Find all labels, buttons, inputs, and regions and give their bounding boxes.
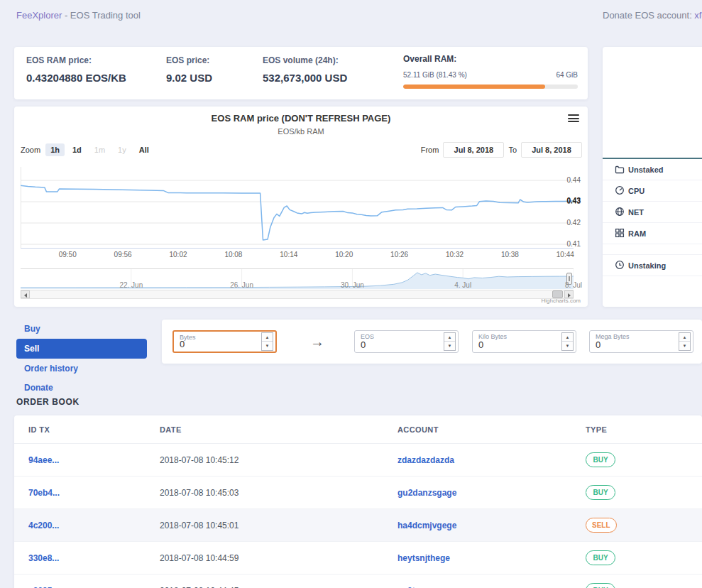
- converter-field-value: 0: [361, 339, 366, 350]
- chart-menu-icon[interactable]: [568, 114, 579, 124]
- from-label: From: [421, 146, 439, 154]
- account-link[interactable]: ge3tanzuguge: [397, 586, 586, 588]
- ram-progress-fill: [403, 85, 545, 89]
- resource-item-net[interactable]: NET: [603, 202, 702, 223]
- navigator-label: 8. Jul: [565, 281, 582, 289]
- number-spinner[interactable]: ▲▼: [261, 332, 273, 351]
- highcharts-credit[interactable]: Highcharts.com: [541, 298, 581, 304]
- table-row: 330e8...2018-07-08 10:44:59heytsnjthegeB…: [14, 542, 702, 575]
- donate-account-link[interactable]: xfeexp: [694, 10, 702, 21]
- side-nav: BuySellOrder historyDonate: [16, 320, 147, 398]
- type-badge-buy: BUY: [586, 583, 615, 588]
- converter-field-value: 0: [478, 339, 483, 350]
- zoom-button-1m: 1m: [89, 143, 110, 156]
- order-book-column-account: ACCOUNT: [397, 425, 586, 434]
- order-book-column-id-tx: ID TX: [28, 425, 160, 434]
- resource-item-unstaked[interactable]: Unstaked: [603, 159, 702, 180]
- app-title: FeeXplorer - EOS Trading tool: [16, 10, 141, 21]
- resource-item-cpu[interactable]: CPU: [603, 180, 702, 202]
- resource-item-unstaking[interactable]: Unstaking: [603, 254, 702, 276]
- spinner-down-icon[interactable]: ▼: [262, 342, 273, 350]
- spinner-up-icon[interactable]: ▲: [562, 333, 573, 342]
- navigator-axis-labels: 22. Jun26. Jun30. Jun4. Jul8. Jul: [21, 281, 574, 290]
- stats-card: EOS RAM price: 0.43204880 EOS/KB EOS pri…: [14, 47, 588, 99]
- tx-id-link[interactable]: 94aee...: [28, 455, 160, 465]
- navigator-label: 30. Jun: [341, 281, 364, 289]
- converter-input-eos[interactable]: EOS0▲▼: [354, 330, 459, 353]
- converter-input-bytes[interactable]: Bytes0▲▼: [172, 330, 277, 353]
- x-axis-label: 10:26: [390, 251, 408, 258]
- x-axis-label: 10:20: [335, 251, 353, 258]
- x-axis-label: 09:56: [114, 251, 132, 258]
- resource-item-label: Unstaking: [628, 261, 666, 270]
- number-spinner[interactable]: ▲▼: [444, 332, 456, 351]
- account-link[interactable]: ha4dcmjvgege: [397, 521, 586, 530]
- x-axis-label: 10:02: [169, 251, 187, 258]
- spinner-up-icon[interactable]: ▲: [679, 333, 690, 342]
- account-link[interactable]: zdazdazdazda: [397, 455, 586, 465]
- donate-label: Donate EOS account:: [603, 10, 694, 21]
- nav-item-order-history[interactable]: Order history: [16, 359, 147, 378]
- x-axis-label: 10:08: [224, 251, 242, 258]
- to-date-input[interactable]: Jul 8, 2018: [521, 142, 582, 158]
- tx-id-link[interactable]: 70eb4...: [28, 488, 160, 498]
- nav-item-sell[interactable]: Sell: [16, 339, 147, 359]
- type-cell: SELL: [586, 518, 702, 533]
- type-cell: BUY: [586, 550, 702, 565]
- table-row: 4c200...2018-07-08 10:45:01ha4dcmjvgegeS…: [14, 509, 702, 542]
- resource-item-ram[interactable]: RAM: [603, 223, 702, 244]
- number-spinner[interactable]: ▲▼: [679, 332, 691, 351]
- x-axis-label: 10:38: [501, 251, 519, 258]
- zoom-label: Zoom: [21, 146, 40, 154]
- grid-icon: [615, 228, 625, 239]
- zoom-buttons: Zoom 1h1d1m1yAll: [21, 143, 154, 156]
- zoom-button-1h[interactable]: 1h: [45, 143, 65, 156]
- tx-id-link[interactable]: e8695...: [28, 586, 160, 588]
- account-link[interactable]: gu2danzsgage: [397, 488, 586, 498]
- order-book-title: ORDER BOOK: [16, 397, 79, 407]
- navigator-label: 4. Jul: [454, 281, 471, 289]
- nav-item-donate[interactable]: Donate: [16, 379, 147, 397]
- ram-total: 64 GiB: [556, 71, 578, 79]
- chart-card: EOS RAM price (DON'T REFRESH PAGE) EOS/k…: [14, 107, 588, 307]
- globe-icon: [615, 207, 625, 218]
- nav-item-buy[interactable]: Buy: [16, 320, 147, 338]
- type-cell: BUY: [586, 485, 702, 500]
- converter-input-kilo-bytes[interactable]: Kilo Bytes0▲▼: [472, 330, 576, 353]
- zoom-button-all[interactable]: All: [134, 143, 154, 156]
- stat-eos-price: EOS price: 9.02 USD: [166, 55, 212, 84]
- arrow-right-icon: →: [310, 334, 324, 350]
- spinner-up-icon[interactable]: ▲: [262, 333, 273, 342]
- converter-card: Bytes0▲▼→EOS0▲▼Kilo Bytes0▲▼Mega Bytes0▲…: [162, 320, 702, 364]
- stat-ram-price: EOS RAM price: 0.43204880 EOS/KB: [26, 55, 126, 84]
- to-label: To: [508, 146, 517, 154]
- type-badge-buy: BUY: [586, 452, 615, 467]
- zoom-button-1d[interactable]: 1d: [67, 143, 87, 156]
- wallet-icon: [615, 164, 625, 175]
- number-spinner[interactable]: ▲▼: [561, 332, 574, 351]
- from-date-input[interactable]: Jul 8, 2018: [443, 142, 504, 158]
- scrollbar-left-arrow-icon[interactable]: [21, 290, 30, 298]
- zoom-button-1y: 1y: [113, 143, 131, 156]
- chart-subtitle: EOS/kb RAM: [14, 127, 588, 136]
- spinner-up-icon[interactable]: ▲: [444, 333, 455, 342]
- spinner-down-icon[interactable]: ▼: [679, 342, 690, 350]
- tx-id-link[interactable]: 330e8...: [28, 553, 160, 563]
- account-link[interactable]: heytsnjthege: [397, 553, 586, 563]
- resources-list: UnstakedCPUNETRAMUnstaking: [603, 159, 702, 276]
- order-book-card: ID TXDATEACCOUNTTYPE 94aee...2018-07-08 …: [14, 415, 702, 588]
- spinner-down-icon[interactable]: ▼: [444, 342, 455, 350]
- chart-title: EOS RAM price (DON'T REFRESH PAGE): [14, 113, 588, 124]
- brand-name: FeeXplorer: [16, 10, 62, 21]
- chart-plot-area[interactable]: [21, 167, 574, 249]
- tx-id-link[interactable]: 4c200...: [28, 521, 160, 530]
- converter-field-value: 0: [180, 339, 185, 349]
- chart-scrollbar[interactable]: [21, 290, 574, 299]
- spinner-down-icon[interactable]: ▼: [562, 342, 573, 350]
- resource-item-label: CPU: [628, 187, 645, 195]
- resource-item-label: NET: [628, 208, 644, 217]
- converter-input-mega-bytes[interactable]: Mega Bytes0▲▼: [589, 330, 693, 353]
- type-cell: BUY: [586, 452, 702, 467]
- resource-item-label: RAM: [628, 229, 646, 238]
- price-line-series: [21, 185, 574, 240]
